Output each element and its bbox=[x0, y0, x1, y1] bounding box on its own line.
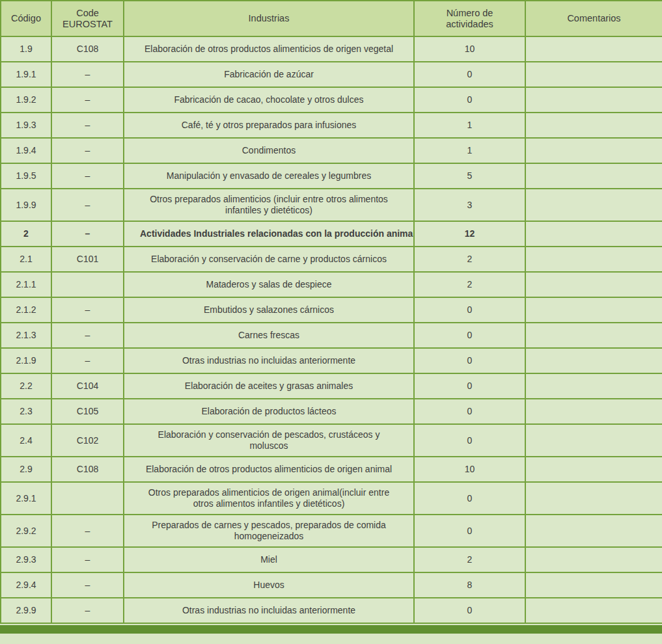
bottom-border-bar bbox=[0, 625, 662, 634]
table-row: 1.9.9–Otros preparados alimenticios (inc… bbox=[1, 189, 662, 221]
cell-codigo: 2.3 bbox=[1, 399, 51, 424]
cell-codigo: 2.1 bbox=[1, 247, 51, 272]
cell-codigo: 2.1.2 bbox=[1, 297, 51, 323]
cell-actividades: 0 bbox=[414, 373, 525, 399]
cell-actividades: 0 bbox=[414, 348, 525, 373]
cell-codigo: 2 bbox=[1, 221, 51, 247]
cell-industria: Elaboración de otros productos alimentic… bbox=[124, 36, 414, 62]
cell-industria: Elaboración y conservación de pescados, … bbox=[124, 424, 414, 457]
table-row: 2.9C108Elaboración de otros productos al… bbox=[1, 457, 662, 482]
cell-code-eurostat: – bbox=[51, 323, 124, 348]
cell-comentario bbox=[525, 163, 662, 189]
table-row: 2.1.2–Embutidos y salazones cárnicos0 bbox=[1, 297, 662, 323]
cell-code-eurostat: – bbox=[51, 348, 124, 373]
cell-industria: Otros preparados alimenticios de origen … bbox=[124, 482, 414, 515]
column-header-industrias: Industrias bbox=[124, 1, 414, 36]
cell-comentario bbox=[525, 598, 662, 623]
cell-comentario bbox=[525, 399, 662, 424]
table-row: 1.9.5–Manipulación y envasado de cereale… bbox=[1, 163, 662, 189]
header-row: Código Code EUROSTAT Industrias Número d… bbox=[1, 1, 662, 36]
cell-actividades: 0 bbox=[414, 598, 525, 623]
cell-code-eurostat: C104 bbox=[51, 373, 124, 399]
cell-comentario bbox=[525, 113, 662, 138]
cell-code-eurostat: – bbox=[51, 572, 124, 598]
cell-industria: Otras industrias no incluidas anteriorme… bbox=[124, 598, 414, 623]
table-row: 2.9.1Otros preparados alimenticios de or… bbox=[1, 482, 662, 515]
cell-industria: Condimentos bbox=[124, 138, 414, 163]
cell-code-eurostat bbox=[51, 482, 124, 515]
cell-actividades: 1 bbox=[414, 138, 525, 163]
column-header-code-eurostat: Code EUROSTAT bbox=[51, 1, 124, 36]
cell-code-eurostat: – bbox=[51, 62, 124, 87]
cell-comentario bbox=[525, 348, 662, 373]
cell-code-eurostat: C108 bbox=[51, 36, 124, 62]
table-row: 2.1.9–Otras industrias no incluidas ante… bbox=[1, 348, 662, 373]
cell-actividades: 0 bbox=[414, 482, 525, 515]
cell-comentario bbox=[525, 373, 662, 399]
cell-comentario bbox=[525, 515, 662, 547]
cell-code-eurostat: C105 bbox=[51, 399, 124, 424]
cell-code-eurostat: – bbox=[51, 189, 124, 221]
cell-actividades: 0 bbox=[414, 297, 525, 323]
cell-comentario bbox=[525, 189, 662, 221]
cell-actividades: 0 bbox=[414, 515, 525, 547]
cell-industria: Miel bbox=[124, 547, 414, 572]
cell-industria: Huevos bbox=[124, 572, 414, 598]
cell-codigo: 2.9 bbox=[1, 457, 51, 482]
table-row: 2.4C102Elaboración y conservación de pes… bbox=[1, 424, 662, 457]
table-row: 2.1.3–Carnes frescas0 bbox=[1, 323, 662, 348]
cell-codigo: 1.9 bbox=[1, 36, 51, 62]
cell-industria: Otros preparados alimenticios (incluir e… bbox=[124, 189, 414, 221]
cell-codigo: 2.1.1 bbox=[1, 272, 51, 297]
cell-industria: Mataderos y salas de despiece bbox=[124, 272, 414, 297]
cell-code-eurostat bbox=[51, 272, 124, 297]
table-row: 2.9.3–Miel2 bbox=[1, 547, 662, 572]
table-row: 2.1C101Elaboración y conservación de car… bbox=[1, 247, 662, 272]
cell-actividades: 8 bbox=[414, 572, 525, 598]
cell-actividades: 2 bbox=[414, 247, 525, 272]
cell-actividades: 10 bbox=[414, 36, 525, 62]
cell-code-eurostat: – bbox=[51, 138, 124, 163]
cell-industria: Preparados de carnes y pescados, prepara… bbox=[124, 515, 414, 547]
cell-comentario bbox=[525, 424, 662, 457]
table-row: 2.9.9–Otras industrias no incluidas ante… bbox=[1, 598, 662, 623]
cell-comentario bbox=[525, 36, 662, 62]
cell-codigo: 2.1.9 bbox=[1, 348, 51, 373]
cell-actividades: 2 bbox=[414, 547, 525, 572]
cell-code-eurostat: – bbox=[51, 297, 124, 323]
cell-actividades: 0 bbox=[414, 62, 525, 87]
cell-code-eurostat: – bbox=[51, 113, 124, 138]
cell-actividades: 12 bbox=[414, 221, 525, 247]
table-row: 2.1.1Mataderos y salas de despiece2 bbox=[1, 272, 662, 297]
cell-comentario bbox=[525, 547, 662, 572]
cell-comentario bbox=[525, 272, 662, 297]
table-row: 2.2C104Elaboración de aceites y grasas a… bbox=[1, 373, 662, 399]
cell-actividades: 0 bbox=[414, 399, 525, 424]
cell-comentario bbox=[525, 297, 662, 323]
cell-industria: Elaboración y conservación de carne y pr… bbox=[124, 247, 414, 272]
table-row: 2.9.4–Huevos8 bbox=[1, 572, 662, 598]
cell-industria: Café, té y otros preparados para infusio… bbox=[124, 113, 414, 138]
cell-industria: Fabricación de azúcar bbox=[124, 62, 414, 87]
cell-code-eurostat: C102 bbox=[51, 424, 124, 457]
cell-actividades: 3 bbox=[414, 189, 525, 221]
cell-codigo: 2.4 bbox=[1, 424, 51, 457]
table-row: 1.9.1–Fabricación de azúcar0 bbox=[1, 62, 662, 87]
industries-table: Código Code EUROSTAT Industrias Número d… bbox=[0, 0, 662, 624]
cell-industria: Carnes frescas bbox=[124, 323, 414, 348]
cell-code-eurostat: – bbox=[51, 598, 124, 623]
cell-actividades: 0 bbox=[414, 424, 525, 457]
cell-industria: Elaboración de otros productos alimentic… bbox=[124, 457, 414, 482]
cell-code-eurostat: – bbox=[51, 515, 124, 547]
cell-codigo: 2.1.3 bbox=[1, 323, 51, 348]
cell-industria: Elaboración de aceites y grasas animales bbox=[124, 373, 414, 399]
cell-actividades: 0 bbox=[414, 87, 525, 113]
cell-actividades: 5 bbox=[414, 163, 525, 189]
column-header-actividades: Número de actividades bbox=[414, 1, 525, 36]
cell-code-eurostat: – bbox=[51, 163, 124, 189]
cell-code-eurostat: – bbox=[51, 87, 124, 113]
cell-codigo: 2.9.2 bbox=[1, 515, 51, 547]
cell-comentario bbox=[525, 62, 662, 87]
cell-codigo: 2.9.1 bbox=[1, 482, 51, 515]
cell-codigo: 1.9.9 bbox=[1, 189, 51, 221]
